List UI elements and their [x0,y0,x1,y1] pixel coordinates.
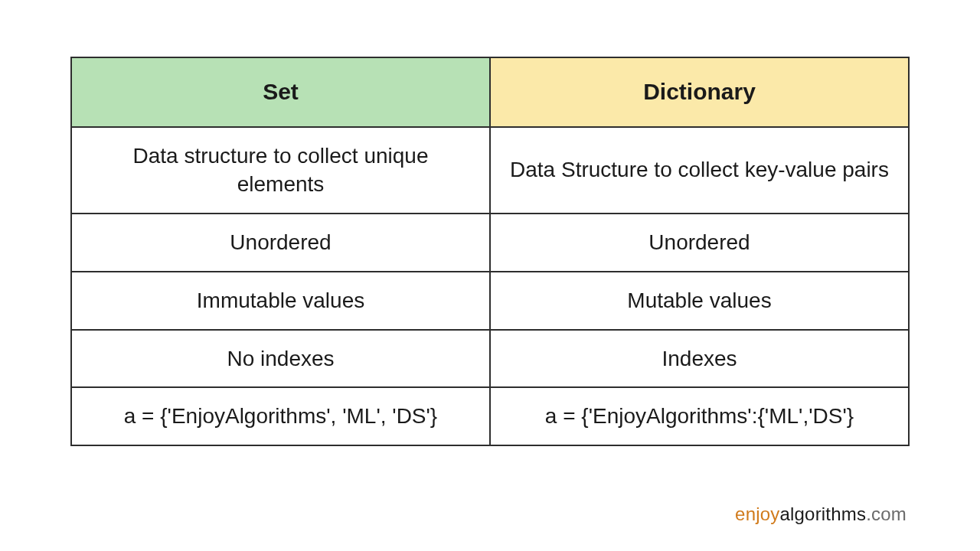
cell-set: Immutable values [71,272,490,330]
table-row: No indexes Indexes [71,330,909,388]
cell-set: a = {'EnjoyAlgorithms', 'ML', 'DS'} [71,387,490,445]
watermark-tld: .com [866,504,906,524]
comparison-table: Set Dictionary Data structure to collect… [70,57,910,446]
watermark-brand-2: algorithms [779,504,866,524]
cell-dictionary: Indexes [490,330,909,388]
header-set: Set [71,57,490,127]
table-row: Unordered Unordered [71,214,909,272]
cell-dictionary: a = {'EnjoyAlgorithms':{'ML','DS'} [490,387,909,445]
table-row: a = {'EnjoyAlgorithms', 'ML', 'DS'} a = … [71,387,909,445]
header-dictionary: Dictionary [490,57,909,127]
cell-dictionary: Data Structure to collect key-value pair… [490,127,909,214]
cell-dictionary: Unordered [490,214,909,272]
cell-set: Data structure to collect unique element… [71,127,490,214]
cell-set: Unordered [71,214,490,272]
watermark: enjoyalgorithms.com [735,504,906,525]
cell-dictionary: Mutable values [490,272,909,330]
watermark-brand-1: enjoy [735,504,779,524]
cell-set: No indexes [71,330,490,388]
comparison-table-container: Set Dictionary Data structure to collect… [70,57,910,446]
table-header-row: Set Dictionary [71,57,909,127]
table-row: Immutable values Mutable values [71,272,909,330]
table-row: Data structure to collect unique element… [71,127,909,214]
